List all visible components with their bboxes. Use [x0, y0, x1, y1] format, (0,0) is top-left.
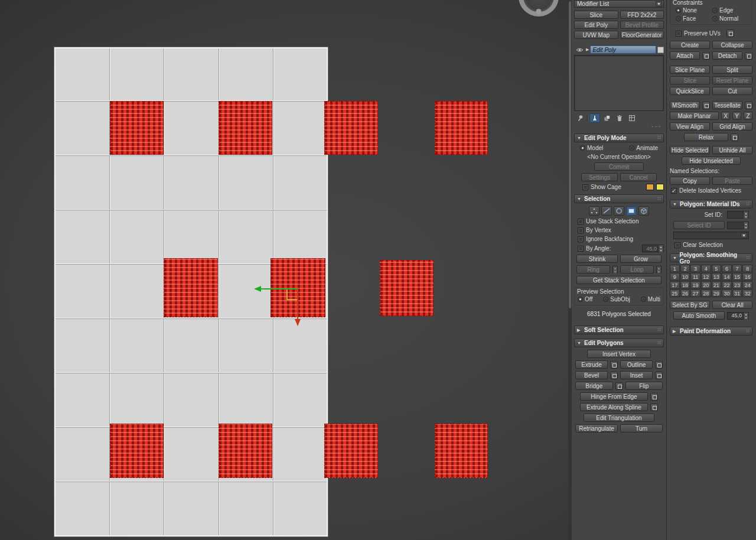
cut-button[interactable]: Cut [712, 87, 752, 95]
bevel-settings-button[interactable] [610, 372, 618, 379]
outline-settings-button[interactable] [655, 361, 663, 369]
bridge-settings-button[interactable] [615, 382, 623, 390]
radio-model[interactable]: Model [580, 145, 603, 151]
extrude-settings-button[interactable] [610, 361, 618, 369]
attach-button[interactable]: Attach [670, 51, 700, 60]
radio-preview-multi[interactable]: Multi [641, 296, 660, 302]
modifier-button-edit-poly[interactable]: Edit Poly [574, 21, 618, 29]
smoothing-group-button-13[interactable]: 13 [712, 273, 722, 281]
smoothing-group-button-11[interactable]: 11 [690, 273, 700, 281]
selected-polygon-region[interactable] [435, 424, 488, 478]
panel-resize-grip[interactable]: ⌄⌄⌄ [574, 123, 664, 129]
make-planar-y-button[interactable]: Y [732, 112, 741, 120]
modifier-enable-toggle[interactable] [657, 47, 664, 53]
rollout-polygon-smoothing-groups[interactable]: ▼ Polygon: Smoothing Gro [670, 253, 752, 262]
rollout-edit-poly-mode[interactable]: ▼ Edit Poly Mode [574, 134, 664, 142]
smoothing-group-button-28[interactable]: 28 [701, 289, 711, 297]
checkbox-ignore-backfacing[interactable]: Ignore Backfacing [574, 236, 664, 242]
make-unique-icon[interactable] [602, 113, 612, 123]
smoothing-group-button-4[interactable]: 4 [701, 265, 711, 272]
checkbox-by-angle[interactable]: By Angle: 45,0 ▲▼ [574, 245, 664, 252]
loop-spinner-icon[interactable]: ▲▼ [656, 266, 662, 274]
smoothing-group-button-8[interactable]: 8 [742, 265, 752, 272]
hide-selected-button[interactable]: Hide Selected [670, 146, 710, 154]
selected-polygon-region[interactable] [324, 424, 378, 478]
retriangulate-button[interactable]: Retriangulate [575, 424, 618, 432]
selected-polygon-region[interactable] [324, 101, 378, 155]
inset-button[interactable]: Inset [620, 371, 653, 379]
smoothing-group-button-31[interactable]: 31 [732, 289, 742, 297]
smoothing-group-button-23[interactable]: 23 [732, 281, 742, 289]
reset-plane-button[interactable]: Reset Plane [712, 76, 752, 84]
smoothing-group-button-25[interactable]: 25 [670, 289, 680, 297]
smoothing-group-button-9[interactable]: 9 [670, 273, 680, 281]
inset-settings-button[interactable] [655, 372, 663, 379]
select-id-button[interactable]: Select ID [673, 221, 725, 229]
radio-constraint-edge[interactable]: Edge [712, 7, 747, 14]
insert-vertex-button[interactable]: Insert Vertex [587, 350, 651, 358]
split-button[interactable]: Split [712, 66, 752, 74]
ring-spinner-icon[interactable]: ▲▼ [612, 266, 618, 274]
edge-mode-icon[interactable] [601, 206, 612, 216]
msmooth-button[interactable]: MSmooth [670, 101, 700, 109]
extrude-along-spline-button[interactable]: Extrude Along Spline [580, 403, 648, 411]
make-planar-button[interactable]: Make Planar [670, 112, 719, 120]
smoothing-group-button-29[interactable]: 29 [712, 289, 722, 297]
shrink-button[interactable]: Shrink [576, 255, 618, 263]
smoothing-group-button-17[interactable]: 17 [670, 281, 680, 289]
smoothing-group-button-32[interactable]: 32 [742, 289, 752, 297]
vertex-mode-icon[interactable] [589, 206, 599, 216]
hinge-settings-button[interactable] [650, 393, 658, 401]
modifier-button-uvw-map[interactable]: UVW Map [574, 31, 618, 39]
cage-color-swatch-1[interactable] [646, 184, 654, 190]
selected-polygon-region[interactable] [110, 424, 164, 478]
checkbox-use-stack-selection[interactable]: Use Stack Selection [574, 218, 664, 225]
modifier-list-dropdown[interactable]: Modifier List ▼ [574, 0, 664, 8]
bevel-button[interactable]: Bevel [575, 371, 608, 379]
rollout-paint-deformation[interactable]: ▶ Paint Deformation [670, 327, 752, 336]
create-button[interactable]: Create [670, 41, 710, 49]
smoothing-group-button-10[interactable]: 10 [680, 273, 690, 281]
smoothing-group-button-1[interactable]: 1 [670, 265, 680, 272]
bridge-button[interactable]: Bridge [575, 382, 613, 390]
smoothing-group-button-14[interactable]: 14 [722, 273, 732, 281]
select-by-sg-button[interactable]: Select By SG [670, 301, 710, 309]
commit-button[interactable]: Commit [594, 162, 644, 171]
modifier-button-slice[interactable]: Slice [574, 11, 618, 19]
settings-button[interactable]: Settings [581, 173, 618, 181]
relax-button[interactable]: Relax [684, 133, 728, 141]
collapse-button[interactable]: Collapse [712, 41, 752, 49]
gizmo-plane-handle[interactable] [287, 289, 298, 300]
material-name-dropdown[interactable]: ▼ [673, 232, 749, 239]
smoothing-group-button-22[interactable]: 22 [722, 281, 732, 289]
modifier-stack-list[interactable] [574, 55, 664, 111]
extrude-button[interactable]: Extrude [575, 360, 608, 369]
smoothing-group-button-26[interactable]: 26 [680, 289, 690, 297]
radio-constraint-face[interactable]: Face [676, 15, 710, 22]
modifier-stack-entry-row[interactable]: ▶ Edit Poly [574, 45, 664, 54]
paste-button[interactable]: Paste [712, 177, 752, 185]
clear-all-button[interactable]: Clear All [712, 301, 752, 309]
unhide-all-button[interactable]: Unhide All [712, 146, 752, 154]
selected-polygon-region[interactable] [219, 424, 272, 478]
spinner-arrows-icon[interactable]: ▲▼ [659, 245, 664, 252]
flip-button[interactable]: Flip [625, 382, 663, 390]
radio-preview-subobj[interactable]: SubObj [603, 296, 630, 302]
configure-modifier-sets-icon[interactable] [627, 113, 637, 123]
smoothing-group-button-7[interactable]: 7 [732, 265, 742, 272]
radio-preview-off[interactable]: Off [578, 296, 592, 302]
get-stack-selection-button[interactable]: Get Stack Selection [576, 276, 662, 284]
rollout-polygon-material-ids[interactable]: ▼ Polygon: Material IDs [670, 200, 752, 209]
detach-button[interactable]: Detach [712, 51, 742, 60]
view-align-button[interactable]: View Align [670, 122, 710, 131]
cage-color-swatch-2[interactable] [656, 184, 664, 190]
smoothing-group-button-5[interactable]: 5 [712, 265, 722, 272]
by-angle-spinner[interactable]: 45,0 ▲▼ [642, 245, 664, 252]
attach-settings-button[interactable] [702, 52, 710, 60]
ring-button[interactable]: Ring [576, 265, 610, 274]
loop-button[interactable]: Loop [620, 265, 654, 274]
set-id-spinner[interactable]: ▲▼ [727, 211, 749, 219]
scrollbar-thumb[interactable] [569, 1, 571, 308]
hide-unselected-button[interactable]: Hide Unselected [682, 157, 741, 165]
smoothing-group-button-12[interactable]: 12 [701, 273, 711, 281]
